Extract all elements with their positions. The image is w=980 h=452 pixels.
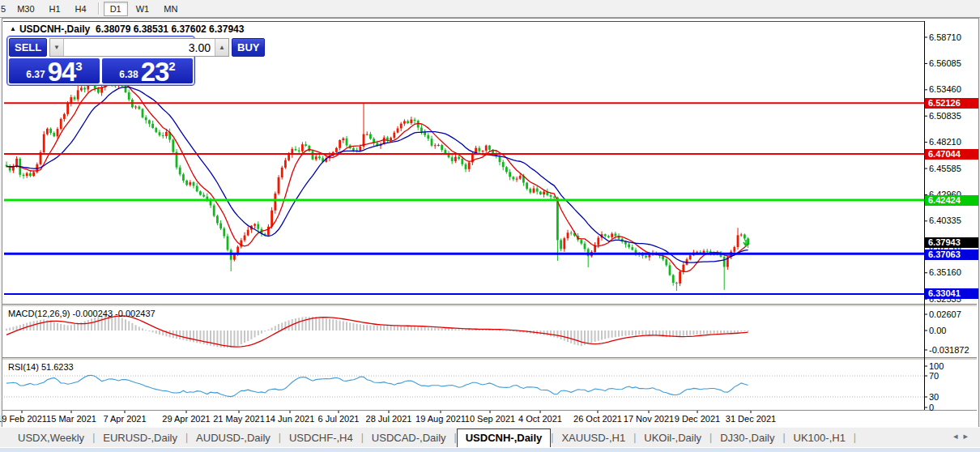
- timeframe-button-w1[interactable]: W1: [130, 2, 156, 16]
- y-axis-label: 6.45585: [929, 164, 961, 174]
- one-click-trading-panel: SELL ▼ ▲ BUY 6.37 94 3 6.38 23 2: [6, 36, 195, 86]
- price-level-badge: 6.47044: [925, 149, 978, 160]
- tab-separator: |: [854, 432, 856, 443]
- x-axis-date-label: 17 Nov 2021: [624, 414, 674, 424]
- buy-price-pips: 23: [141, 61, 169, 83]
- x-axis-date-label: 31 Dec 2021: [726, 414, 776, 424]
- x-axis-date-label: 14 Jun 2021: [266, 414, 315, 424]
- timeframe-toolbar: 5M30H1H4D1W1MN: [0, 0, 980, 18]
- y-axis-label: 6.40335: [929, 215, 961, 226]
- chart-tab-audusd-daily[interactable]: AUDUSD-,Daily: [188, 429, 279, 446]
- x-axis-date-label: 26 Oct 2021: [573, 414, 622, 424]
- price-level-badge: 6.37063: [925, 249, 978, 260]
- x-axis-date-label: 6 Jul 2021: [318, 414, 360, 424]
- ohlc-readout: 6.38079 6.38531 6.37602 6.37943: [96, 23, 245, 35]
- chart-tab-usdcnh-daily[interactable]: USDCNH-,Daily: [457, 429, 552, 449]
- x-axis-date-label: 7 Apr 2021: [103, 414, 146, 424]
- buy-price-point: 2: [168, 59, 175, 73]
- trading-terminal: 5M30H1H4D1W1MN ▲USDCNH-,Daily 6.38079 6.…: [0, 0, 980, 452]
- chart-symbol-period: USDCNH-,Daily: [19, 23, 90, 35]
- y-axis-label: 6.48210: [929, 137, 961, 147]
- chart-tabs-bar: USDX,Weekly|EURUSD-,Daily|AUDUSD-,Daily|…: [0, 427, 980, 447]
- chart-tab-ukoil-daily[interactable]: UKOil-,Daily: [636, 429, 709, 446]
- x-axis-date-label: 19 Feb 2021: [0, 414, 47, 424]
- rsi-axis-label: 0: [929, 403, 934, 413]
- tabs-scroll-right-icon[interactable]: ▸: [963, 431, 974, 441]
- x-axis-date-label: 10 Sep 2021: [465, 414, 515, 424]
- sell-price-pips: 94: [48, 61, 76, 83]
- current-price-badge: 6.37943: [925, 237, 978, 248]
- x-axis-date-label: 28 Jul 2021: [366, 414, 412, 424]
- tabs-scroll-left-icon[interactable]: ◂: [953, 431, 964, 441]
- chart-tab-usdchf-h4[interactable]: USDCHF-,H4: [281, 429, 361, 446]
- x-axis-date-label: 29 Apr 2021: [162, 414, 210, 424]
- sell-price-point: 3: [75, 59, 82, 73]
- toolbar-separator: [98, 2, 99, 15]
- macd-axis-label: -0.031872: [929, 345, 969, 356]
- macd-axis-label: 0.02607: [929, 309, 961, 320]
- volume-input[interactable]: [64, 39, 215, 56]
- chart-tab-usdcad-daily[interactable]: USDCAD-,Daily: [364, 429, 454, 446]
- x-axis-date-label: 4 Oct 2021: [518, 414, 562, 424]
- y-axis-label: 6.50835: [929, 111, 961, 122]
- buy-price-display[interactable]: 6.38 23 2: [102, 58, 193, 83]
- chart-header: ▲USDCNH-,Daily 6.38079 6.38531 6.37602 6…: [10, 23, 244, 35]
- status-strip: [0, 447, 980, 452]
- sell-button[interactable]: SELL: [9, 38, 47, 57]
- volume-decrease-button[interactable]: ▼: [50, 39, 64, 56]
- chart-tab-dj30-daily[interactable]: DJ30-,Daily: [712, 429, 782, 446]
- chart-tab-usdx-weekly[interactable]: USDX,Weekly: [10, 429, 92, 446]
- x-axis-date-label: 21 May 2021: [213, 414, 265, 424]
- chart-tab-uk100-h1[interactable]: UK100-,H1: [786, 429, 854, 446]
- rsi-axis-label: 30: [929, 392, 939, 403]
- x-axis-date-label: 9 Dec 2021: [675, 414, 720, 424]
- buy-button[interactable]: BUY: [232, 38, 265, 57]
- macd-indicator-label: MACD(12,26,9) -0.000243 -0.002437: [8, 309, 156, 318]
- buy-price-handle: 6.38: [119, 69, 138, 80]
- rsi-indicator-label: RSI(14) 51.6233: [8, 362, 74, 372]
- y-axis-label: 6.58710: [929, 32, 961, 43]
- macd-axis-label: 0.00: [929, 326, 946, 336]
- price-level-badge: 6.42424: [925, 195, 978, 206]
- timeframe-button-5[interactable]: 5: [0, 2, 9, 16]
- price-level-badge: 6.52126: [925, 98, 978, 109]
- timeframe-button-mn[interactable]: MN: [157, 2, 184, 16]
- x-axis-date-label: 19 Aug 2021: [415, 414, 466, 424]
- collapse-triangle-icon[interactable]: ▲: [10, 25, 16, 32]
- x-axis-date-label: 15 Mar 2021: [46, 414, 96, 424]
- y-axis-label: 6.35160: [929, 267, 961, 278]
- timeframe-button-d1[interactable]: D1: [104, 2, 128, 16]
- sell-price-display[interactable]: 6.37 94 3: [9, 58, 100, 83]
- timeframe-button-h1[interactable]: H1: [43, 2, 67, 16]
- sell-price-handle: 6.37: [26, 69, 45, 80]
- timeframe-button-h4[interactable]: H4: [69, 2, 93, 16]
- price-level-badge: 6.33041: [925, 288, 978, 299]
- rsi-axis-label: 70: [929, 371, 939, 382]
- volume-spinner: ▼ ▲: [49, 38, 229, 57]
- volume-increase-button[interactable]: ▲: [215, 39, 228, 56]
- chart-tab-xauusd-h1[interactable]: XAUUSD-,H1: [553, 429, 633, 446]
- timeframe-button-m30[interactable]: M30: [11, 2, 40, 16]
- y-axis-label: 6.56085: [929, 58, 961, 69]
- y-axis-label: 6.53460: [929, 84, 961, 95]
- chart-tab-eurusd-daily[interactable]: EURUSD-,Daily: [95, 429, 185, 446]
